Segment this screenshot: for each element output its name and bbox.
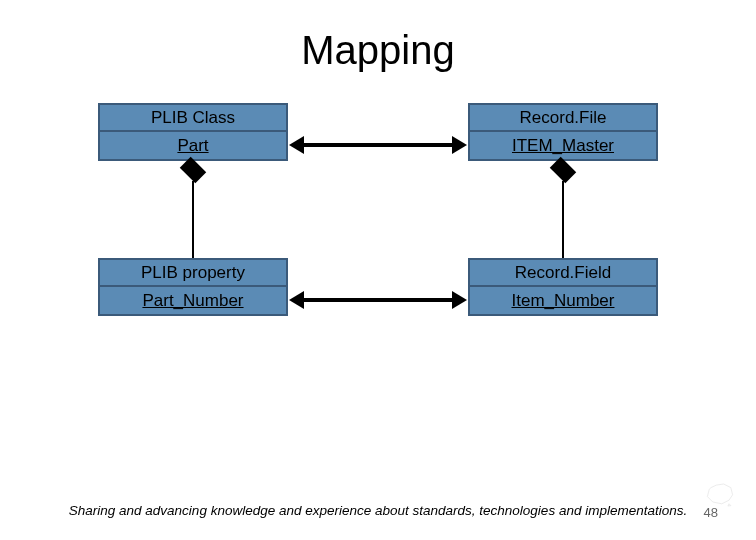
box-record-field: Record.Field Item_Number <box>468 258 658 316</box>
footer-text: Sharing and advancing knowledge and expe… <box>0 503 756 518</box>
mapping-arrow-icon <box>303 298 453 302</box>
box-header: Record.Field <box>470 260 656 287</box>
box-record-file: Record.File ITEM_Master <box>468 103 658 161</box>
box-header: PLIB Class <box>100 105 286 132</box>
mapping-arrow-icon <box>303 143 453 147</box>
box-instance: Part_Number <box>100 287 286 314</box>
box-instance: ITEM_Master <box>470 132 656 159</box>
box-header: PLIB property <box>100 260 286 287</box>
slide-title: Mapping <box>0 28 756 73</box>
box-header: Record.File <box>470 105 656 132</box>
uml-diagram: PLIB Class Part Record.File ITEM_Master … <box>98 103 658 403</box>
box-plib-property: PLIB property Part_Number <box>98 258 288 316</box>
box-plib-class: PLIB Class Part <box>98 103 288 161</box>
composition-connector-icon <box>192 181 194 258</box>
page-number: 48 <box>704 505 718 520</box>
composition-connector-icon <box>562 181 564 258</box>
box-instance: Part <box>100 132 286 159</box>
box-instance: Item_Number <box>470 287 656 314</box>
